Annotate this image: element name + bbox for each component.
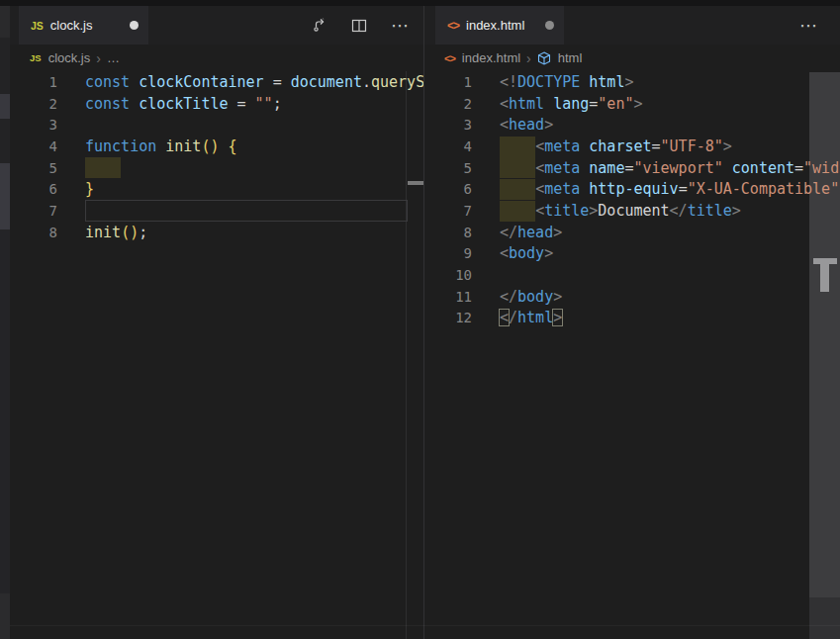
breadcrumb-file[interactable]: clock.js — [48, 50, 91, 65]
code-line[interactable]: 4function init() { — [10, 136, 423, 157]
overview-ruler-border — [406, 71, 407, 639]
more-actions-icon[interactable]: ⋯ — [391, 17, 410, 35]
code-line[interactable]: 7 <title>Document</title> — [424, 200, 840, 222]
code-line[interactable]: 3 — [10, 114, 423, 136]
line-number: 6 — [424, 181, 472, 197]
line-number: 2 — [10, 96, 57, 112]
sliver-segment — [0, 229, 10, 593]
sliver-segment — [0, 38, 10, 94]
line-number: 7 — [424, 203, 472, 219]
line-number: 7 — [10, 203, 57, 219]
code-line[interactable]: 9<body> — [424, 243, 840, 265]
code-line[interactable]: 5 — [10, 157, 423, 179]
code-text: </body> — [500, 288, 562, 306]
line-number: 9 — [424, 245, 472, 261]
modified-indicator[interactable] — [545, 21, 554, 30]
code-text: init(); — [85, 224, 147, 241]
open-changes-icon[interactable] — [312, 18, 327, 34]
line-number: 3 — [424, 117, 472, 133]
current-line-border — [85, 200, 408, 222]
code-text: <title>Document</title> — [500, 202, 741, 220]
modified-indicator[interactable] — [130, 21, 139, 30]
line-number: 1 — [424, 74, 472, 90]
overview-ruler-cursor-marker — [408, 181, 423, 185]
vscode-window: JS clock.js ⋯ JS clock.js › … 1const clo… — [0, 0, 840, 639]
split-editor-icon[interactable] — [351, 18, 367, 34]
js-file-icon: JS — [30, 52, 42, 63]
line-number: 5 — [10, 160, 57, 176]
line-number: 10 — [424, 267, 472, 283]
sliver-segment — [0, 163, 10, 229]
code-line[interactable]: 10 — [424, 264, 840, 286]
code-text: <!DOCTYPE html> — [500, 73, 633, 91]
line-number: 3 — [10, 117, 57, 133]
tab-bar-left: JS clock.js ⋯ — [10, 6, 423, 45]
tab-label: clock.js — [50, 18, 93, 33]
code-line[interactable]: 8init(); — [10, 222, 423, 243]
code-line[interactable]: 7 — [10, 200, 423, 222]
code-text: <meta http-equiv="X-UA-Compatible" c — [500, 180, 840, 198]
line-number: 11 — [424, 289, 472, 305]
code-line[interactable]: 1<!DOCTYPE html> — [424, 71, 840, 93]
symbol-structure-icon — [537, 51, 551, 65]
js-file-icon: JS — [31, 20, 44, 32]
code-text: function init() { — [85, 137, 237, 155]
editor-actions-left: ⋯ — [312, 6, 410, 45]
code-text: <html lang="en"> — [500, 95, 643, 113]
line-number: 5 — [424, 160, 472, 176]
line-number: 2 — [424, 96, 472, 112]
code-line[interactable]: 2const clockTitle = ""; — [10, 93, 423, 115]
line-number: 8 — [10, 225, 57, 240]
tab-label: index.html — [466, 18, 524, 33]
code-line[interactable]: 5 <meta name="viewport" content="width — [424, 157, 840, 179]
line-number: 1 — [10, 74, 57, 90]
line-number: 4 — [10, 138, 57, 154]
code-text: </head> — [500, 224, 562, 241]
breadcrumb-symbol[interactable]: … — [107, 50, 120, 65]
code-text: <meta name="viewport" content="width — [500, 159, 840, 177]
html-file-icon: <> — [444, 52, 455, 64]
code-editor-index-html[interactable]: 1<!DOCTYPE html>2<html lang="en">3<head>… — [424, 71, 840, 328]
chevron-right-icon: › — [526, 50, 531, 66]
scrollbar-corner — [809, 597, 840, 639]
breadcrumb-right: <> index.html › html — [424, 45, 840, 71]
code-line[interactable]: 8</head> — [424, 222, 840, 243]
code-line[interactable]: 6} — [10, 178, 423, 200]
horizontal-scrollbar-track — [10, 625, 840, 626]
breadcrumb-symbol[interactable]: html — [558, 50, 583, 65]
code-line[interactable]: 3<head> — [424, 114, 840, 136]
code-text: <meta charset="UTF-8"> — [500, 137, 732, 155]
chevron-right-icon: › — [96, 50, 101, 66]
code-line[interactable]: 1const clockContainer = document.querySe — [10, 71, 423, 93]
line-number: 8 — [424, 225, 472, 240]
scrollbar[interactable] — [809, 72, 840, 639]
code-line[interactable]: 6 <meta http-equiv="X-UA-Compatible" c — [424, 178, 840, 200]
code-text: const clockContainer = document.querySe — [85, 73, 423, 91]
code-text: } — [85, 180, 94, 198]
code-text: </html> — [500, 309, 562, 326]
breadcrumb-left: JS clock.js › … — [10, 45, 423, 71]
sliver-segment — [0, 94, 10, 119]
code-text: <body> — [500, 244, 553, 262]
breadcrumb-file[interactable]: index.html — [462, 50, 520, 65]
sliver-segment — [0, 119, 10, 163]
tab-bar-right: <> index.html ⋯ — [424, 6, 840, 45]
tab-clock-js[interactable]: JS clock.js — [19, 6, 148, 45]
line-number: 4 — [424, 138, 472, 154]
code-text: const clockTitle = ""; — [85, 95, 282, 113]
editor-group-left: JS clock.js ⋯ JS clock.js › … 1const clo… — [10, 6, 423, 639]
scrollbar-marker — [820, 264, 829, 292]
code-editor-clock-js[interactable]: 1const clockContainer = document.querySe… — [10, 71, 423, 243]
code-line[interactable]: 12</html> — [424, 308, 840, 329]
code-line[interactable]: 4 <meta charset="UTF-8"> — [424, 136, 840, 157]
code-text: <head> — [500, 116, 553, 134]
line-number: 6 — [10, 181, 57, 197]
editor-actions-right: ⋯ — [799, 6, 818, 45]
sliver-segment — [0, 593, 10, 639]
code-line[interactable]: 2<html lang="en"> — [424, 93, 840, 115]
line-number: 12 — [424, 310, 472, 325]
code-line[interactable]: 11</body> — [424, 286, 840, 308]
more-actions-icon[interactable]: ⋯ — [799, 17, 818, 35]
tab-index-html[interactable]: <> index.html — [435, 6, 564, 45]
find-match-highlight — [85, 157, 121, 178]
